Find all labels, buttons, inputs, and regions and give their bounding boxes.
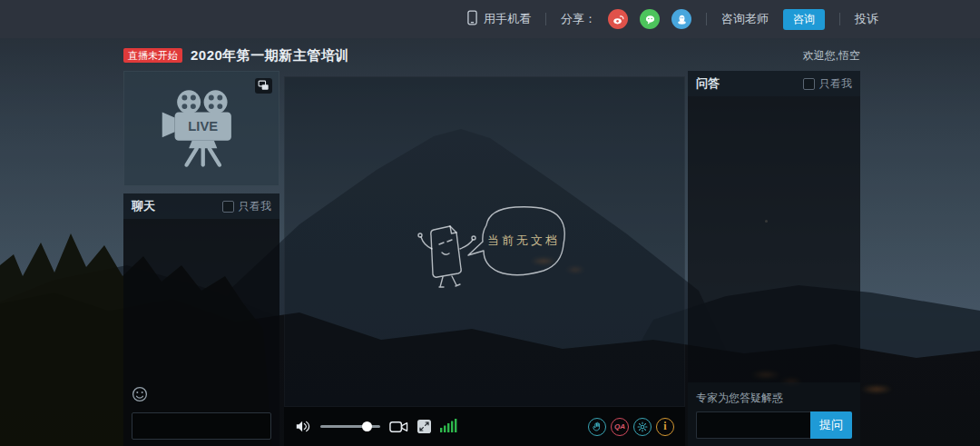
question-input[interactable]	[696, 411, 810, 439]
chat-header: 聊天 只看我	[123, 193, 279, 219]
document-stage: 当前无文档	[284, 76, 685, 407]
weibo-icon[interactable]	[608, 9, 628, 29]
swap-icon	[258, 78, 270, 94]
consult-group: 咨询老师 咨询	[721, 9, 825, 30]
wechat-icon[interactable]	[640, 9, 660, 29]
complaint-button[interactable]: 投诉	[855, 11, 878, 27]
volume-slider[interactable]	[320, 425, 380, 428]
volume-slider-thumb[interactable]	[362, 421, 372, 431]
page-title: 2020年第一期新主管培训	[191, 47, 349, 64]
chat-panel: 聊天 只看我	[123, 193, 279, 446]
emoji-icon[interactable]	[132, 386, 148, 402]
qa-icon[interactable]: QA	[611, 418, 629, 436]
swap-view-button[interactable]	[255, 78, 272, 94]
watch-on-phone-button[interactable]: 用手机看	[467, 10, 531, 28]
no-document-text: 当前无文档	[487, 233, 560, 247]
action-circles: QA i	[588, 418, 674, 436]
share-label: 分享：	[561, 11, 596, 27]
qa-only-me-label: 只看我	[819, 76, 852, 92]
page-header: 直播未开始 2020年第一期新主管培训 欢迎您,悟空	[123, 45, 860, 65]
live-status-badge: 直播未开始	[123, 48, 182, 63]
chat-only-me-toggle[interactable]: 只看我	[222, 199, 271, 214]
raise-hand-icon[interactable]	[588, 418, 606, 436]
chat-title: 聊天	[132, 198, 155, 214]
top-bar: 用手机看 分享： 咨询老师 咨询 投诉	[0, 0, 980, 38]
video-preview-panel: LIVE	[123, 71, 279, 186]
signal-bars-icon	[440, 418, 457, 436]
divider	[839, 13, 840, 25]
phone-icon	[467, 10, 477, 28]
live-label: LIVE	[188, 119, 218, 134]
qa-header: 问答 只看我	[688, 71, 860, 96]
divider	[706, 13, 707, 25]
qa-panel: 问答 只看我 专家为您答疑解惑 提问	[688, 71, 860, 446]
settings-icon[interactable]	[633, 418, 652, 436]
watch-on-phone-label: 用手机看	[484, 11, 531, 27]
qq-icon[interactable]	[671, 9, 691, 29]
ask-button[interactable]: 提问	[810, 411, 852, 439]
welcome-text: 欢迎您,悟空	[803, 48, 860, 64]
volume-icon[interactable]	[295, 420, 311, 433]
media-control-bar: QA i	[284, 407, 685, 446]
qa-only-me-checkbox[interactable]	[803, 78, 815, 90]
qa-message-list: 专家为您答疑解惑 提问	[688, 96, 860, 446]
consult-button[interactable]: 咨询	[783, 9, 825, 30]
info-icon[interactable]: i	[656, 418, 674, 436]
divider	[545, 13, 546, 25]
no-document-illustration: 当前无文档	[407, 198, 579, 292]
fullscreen-icon[interactable]	[417, 420, 431, 433]
qa-hint: 专家为您答疑解惑	[696, 391, 783, 406]
qa-input-row: 提问	[696, 411, 852, 439]
chat-message-list	[123, 219, 279, 446]
chat-only-me-checkbox[interactable]	[222, 201, 234, 213]
consult-teacher-label: 咨询老师	[721, 11, 769, 27]
info-icon-text: i	[663, 420, 666, 433]
qa-icon-text: QA	[614, 422, 625, 431]
camera-icon[interactable]	[389, 421, 408, 433]
qa-title: 问答	[696, 75, 720, 92]
qa-only-me-toggle[interactable]: 只看我	[803, 76, 852, 92]
chat-input[interactable]	[132, 412, 271, 440]
live-camera-icon: LIVE	[154, 86, 249, 172]
chat-only-me-label: 只看我	[239, 199, 271, 214]
share-group: 分享：	[561, 9, 691, 29]
